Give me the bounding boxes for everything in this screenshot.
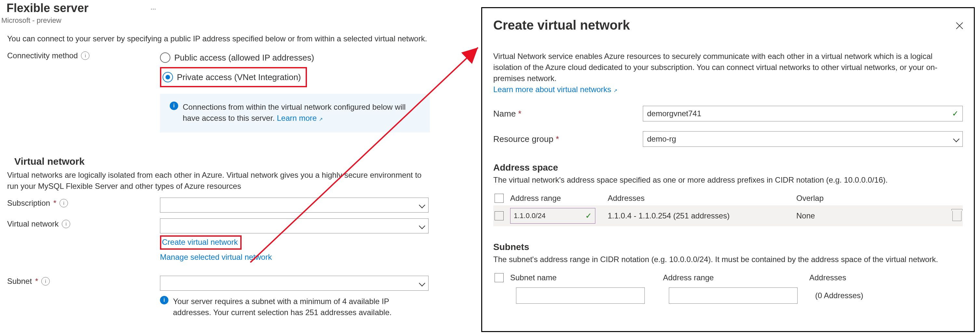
address-space-description: The virtual network's address space spec… [493,176,963,185]
resource-group-select[interactable]: demo-rg [643,131,963,147]
check-icon: ✓ [952,109,959,118]
radio-selected-icon [162,72,173,82]
col-address-range: Address range [510,194,601,203]
col-subnet-range: Address range [663,273,803,282]
learn-more-vnet-link[interactable]: Learn more about virtual networks ↗ [493,85,617,94]
address-range-input[interactable]: 1.1.0.0/24 ✓ [510,208,595,224]
chevron-down-icon [419,223,425,229]
overlap-value: None [796,211,939,221]
subnet-select[interactable] [160,276,428,291]
subnet-addresses-value: (0 Addresses) [815,291,961,300]
resource-group-label: Resource group [493,134,554,144]
row-checkbox[interactable] [495,211,504,221]
name-input[interactable]: demorgvnet741 ✓ [643,106,963,121]
vnet-heading: Virtual network [14,156,430,167]
subnet-range-input[interactable] [669,288,798,304]
close-icon[interactable] [954,21,965,31]
chevron-down-icon [419,202,425,208]
col-addresses: Addresses [608,194,790,203]
panel-title: Create virtual network [493,18,963,32]
name-value: demorgvnet741 [647,109,702,118]
addresses-value: 1.1.0.4 - 1.1.0.254 (251 addresses) [608,211,790,221]
panel-description: Virtual Network service enables Azure re… [493,52,937,83]
chevron-down-icon [419,280,425,286]
col-subnet-addresses: Addresses [809,273,961,282]
select-all-subnets-checkbox[interactable] [495,273,504,282]
manage-vnet-link[interactable]: Manage selected virtual network [160,252,272,261]
subnets-description: The subnet's address range in CIDR notat… [493,255,963,264]
info-icon[interactable]: i [62,220,70,228]
radio-public-access[interactable]: Public access (allowed IP addresses) [160,50,430,65]
page-title: Flexible server [6,1,88,15]
info-icon[interactable]: i [59,199,68,207]
intro-text: You can connect to your server by specif… [7,33,430,44]
subscription-label: Subscription [7,198,50,209]
learn-more-link[interactable]: Learn more ↗ [277,113,323,122]
info-icon[interactable]: i [41,277,50,286]
trash-icon[interactable] [952,211,961,221]
create-vnet-link[interactable]: Create virtual network [162,238,238,246]
subscription-select[interactable] [160,198,428,213]
info-icon[interactable]: i [81,51,89,60]
subnet-label: Subnet [7,276,32,287]
radio-public-label: Public access (allowed IP addresses) [174,52,314,63]
col-overlap: Overlap [796,194,939,203]
connectivity-label: Connectivity method [7,50,78,61]
vnet-description: Virtual networks are logically isolated … [7,169,430,192]
virtual-network-label: Virtual network [7,219,59,230]
address-space-heading: Address space [493,163,963,173]
name-label: Name [493,109,516,118]
address-range-row: 1.1.0.0/24 ✓ 1.1.0.4 - 1.1.0.254 (251 ad… [493,205,963,226]
resource-group-value: demo-rg [647,134,676,144]
radio-icon [160,53,170,63]
page-subtitle: Microsoft - preview [1,16,449,25]
subnet-row: (0 Addresses) [493,285,963,306]
subnet-name-input[interactable] [516,288,645,304]
highlight-box: Private access (VNet Integration) [160,67,307,87]
address-range-value: 1.1.0.0/24 [514,212,546,220]
more-icon[interactable]: … [150,4,157,11]
info-icon: i [170,102,178,110]
info-callout: i Connections from within the virtual ne… [160,94,430,133]
info-icon: i [160,296,169,304]
col-subnet-name: Subnet name [510,273,657,282]
check-icon: ✓ [585,211,592,221]
radio-private-label: Private access (VNet Integration) [177,72,301,83]
select-all-checkbox[interactable] [495,194,504,203]
subnets-heading: Subnets [493,242,963,252]
subnet-note: Your server requires a subnet with a min… [173,296,420,318]
virtual-network-select[interactable] [160,219,428,233]
radio-private-access[interactable]: Private access (VNet Integration) [162,70,301,85]
chevron-down-icon [953,136,959,142]
